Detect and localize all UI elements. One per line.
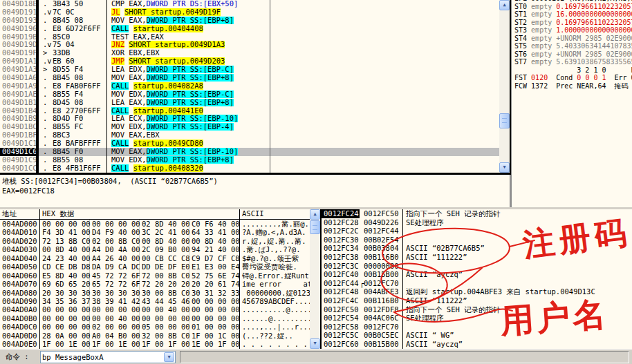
instruction-segment: CALL	[111, 82, 129, 90]
register-line[interactable]: ST3 empty 1.0000000000000000000	[514, 26, 632, 35]
command-input[interactable]	[42, 352, 161, 362]
disasm-instruction: MOV EDX,DWORD PTR SS:[EBP-C]	[106, 90, 499, 99]
disasm-row[interactable]: 0049D191.v7C 0CJL SHORT startup.0049D19F	[0, 8, 499, 17]
hex-group: A0 04 B0 00	[90, 332, 140, 340]
disasm-instruction: MOV EAX,EBX	[106, 131, 499, 140]
disasm-row[interactable]: 0049D1A9.E8 FAB0F6FFCALL startup.004082A…	[0, 82, 499, 90]
dump-row[interactable]: 004AD04024 23 40 00A4 26 40 0000 CB CC C…	[0, 254, 310, 262]
register-segment: empty	[531, 10, 556, 18]
disasm-row[interactable]: 0049D1AE.8B55 F4MOV EDX,DWORD PTR SS:[EB…	[0, 90, 499, 99]
dump-row[interactable]: 004AD0B000 00 00 0000 00 40 0000 00 00 0…	[0, 314, 310, 323]
hex-group: 00 00 00 00	[40, 323, 90, 331]
scroll-down-button[interactable]: ▼	[499, 162, 510, 173]
stack-row[interactable]: 0012FC3400B03804ASCII “02B77CA6B5”	[322, 244, 632, 253]
stack-comment: SE处理程序	[402, 218, 632, 227]
disassembly-scrollbar[interactable]: ▲ ▼	[499, 0, 510, 173]
scroll-thumb[interactable]	[499, 113, 510, 128]
stack-row[interactable]: 0012FC2C0012FC44	[322, 227, 632, 236]
register-line[interactable]: ST1 empty 16.000000000000000000	[514, 10, 632, 19]
stack-row[interactable]: 0012FC3000B02F54	[322, 236, 632, 245]
hex-group: 00 00 00 00	[189, 314, 239, 323]
disasm-row[interactable]: 0049D1CC.E8 4FB1F6FFCALL startup.0040832…	[0, 164, 499, 173]
dump-header: 地址 HEX 数据 ASCII	[0, 209, 320, 220]
register-line[interactable]: 3 2 1 0 E S P U O Z D I	[514, 66, 632, 75]
register-segment: empty	[531, 42, 556, 50]
hex-group: D4 F9 40 00	[90, 228, 140, 236]
register-line[interactable]: ST6 empty +UNORM 2985 02E90000 00000000	[514, 50, 632, 59]
stack-row[interactable]: 0012FC4000B15B00ASCII “ayczq”	[322, 270, 632, 279]
disasm-row[interactable]: 0049D19F>33DBXOR EBX,EBX	[0, 49, 499, 57]
dump-row[interactable]: 004AD050CD CE DB D8DA D9 CA DCDD DE DF E…	[0, 262, 310, 271]
disasm-row[interactable]: 0049D1B1.8D45 08LEA EAX,DWORD PTR SS:[EB…	[0, 99, 499, 107]
stack-row[interactable]: 0012FC5C00B0C5ECASCII “ WG”	[322, 331, 632, 340]
dump-row[interactable]: 004AD0E01F 00 1E 001F 00 1E 001F 00 1F 0…	[0, 340, 310, 348]
register-segment: ST1	[514, 10, 531, 18]
hex-group: 00 8D 40 00	[189, 237, 239, 245]
register-line[interactable]: ST5 empty 5.4033063414410783555	[514, 42, 632, 50]
dump-row[interactable]: 004AD0C000 00 00 0002 00 00 0005 00 00 0…	[0, 323, 310, 331]
register-segment: EFL 00000202 (NO,NB,NE,A,NS,PE,GE,LE)	[514, 0, 632, 2]
dump-row[interactable]: 004AD09034 35 36 3738 39 41 4243 44 45 4…	[0, 297, 310, 305]
stack-row[interactable]: 0012FC3C00000000	[322, 262, 632, 271]
register-line[interactable]: ST2 empty 0.1697966110223205750	[514, 19, 632, 27]
hex-group: 00 00 00 00	[90, 220, 140, 228]
register-segment: ST2	[514, 19, 531, 26]
dump-row[interactable]: 004AD07069 6D 65 2065 72 72 6F72 20 20 2…	[0, 280, 310, 288]
disasm-row[interactable]: 0049D1BC.8B55 FCMOV EDX,DWORD PTR SS:[EB…	[0, 123, 499, 131]
disasm-row[interactable]: 0049D19B.85C0TEST EAX,EAX	[0, 33, 499, 41]
scroll-thumb[interactable]	[310, 220, 320, 234]
disasm-row[interactable]: 0049D19D.v75 04JNZ SHORT startup.0049D1A…	[0, 41, 499, 49]
dump-row[interactable]: 004AD0D028 0A 00 00A0 04 B0 0032 00 8B C…	[0, 332, 310, 340]
chevron-down-icon[interactable]: ▼	[164, 352, 174, 362]
stack-row[interactable]: 0012FC500012FDF8指向下一个 SEH 记录的指针	[322, 305, 632, 314]
disasm-instruction: LEA EDX,DWORD PTR SS:[EBP-C]	[106, 66, 499, 74]
dump-row[interactable]: 004AD010F4 3D 41 00D4 F9 40 003C 2C 41 0…	[0, 228, 310, 236]
disasm-prefix: .	[39, 17, 53, 25]
stack-address: 0012FC30	[322, 236, 360, 245]
stack-row[interactable]: 0012FC440012FC70┌	[322, 279, 632, 288]
stack-row[interactable]: 0012FC3800B116B0ASCII “111222”	[322, 253, 632, 262]
stack-value: 0012FC44	[360, 227, 402, 236]
stack-address: 0012FC44	[322, 279, 360, 288]
hex-group: 00 00 00 00	[40, 305, 90, 314]
stack-row[interactable]: 0012FC48004ABFE3返回到 startup.004ABFE3 来自 …	[322, 287, 632, 296]
register-line[interactable]: ST0 empty 0.1697966110223205750	[514, 3, 632, 11]
disasm-address: 0049D1A9	[0, 82, 36, 90]
register-line[interactable]: ST7 empty 5.6391038675833556550	[514, 58, 632, 66]
disassembly-pane: 0049D18E.3B43 50CMP EAX,DWORD PTR DS:[EB…	[0, 0, 511, 175]
dump-ascii: 臀圬谠受贾哙徙.	[240, 262, 310, 271]
register-segment: FCW 1372 Prec NEAR,64 掩码 1 1 0 1 1 0	[514, 82, 632, 90]
scroll-down-button[interactable]: ▼	[310, 338, 320, 349]
disasm-row[interactable]: 0049D193.8B45 08MOV EAX,DWORD PTR SS:[EB…	[0, 17, 499, 25]
disasm-row[interactable]: 0049D18E.3B43 50CMP EAX,DWORD PTR DS:[EB…	[0, 0, 499, 8]
stack-row[interactable]: 0012FC240012FC50指向下一个 SEH 记录的指针	[322, 209, 632, 218]
register-line[interactable]: FST 0120 Cond 0 0 0 1 Err 0 0 0 0 0 0 0 …	[514, 74, 632, 82]
stack-row[interactable]: 0012FC280049D226SE处理程序	[322, 218, 632, 227]
dump-ascii: ime error at	[240, 280, 310, 288]
register-line[interactable]: FCW 1372 Prec NEAR,64 掩码 1 1 0 1 1 0	[514, 82, 632, 90]
stack-row[interactable]: 0012FC4C00B116B0ASCII “111222”	[322, 296, 632, 305]
stack-row[interactable]: 0012FC6000B15B00ASCII “ayczq”	[322, 340, 632, 349]
stack-row[interactable]: 0012FC54004AC06CSE处理程序	[322, 314, 632, 323]
stack-comment	[402, 227, 632, 236]
instruction-segment: DWORD PTR SS:[EBP+8]	[147, 74, 234, 82]
command-label: 命令 :	[6, 352, 29, 362]
hex-group: 02 00 8B C0	[90, 237, 140, 245]
dump-header-hex: HEX 数据	[40, 209, 240, 219]
dump-scrollbar[interactable]: ▲ ▼	[310, 209, 320, 349]
command-combobox[interactable]: ▼	[40, 351, 176, 363]
stack-comment: SE处理程序	[402, 314, 632, 323]
dump-row[interactable]: 004AD0A000 00 00 0000 00 00 0000 00 40 0…	[0, 305, 310, 314]
register-line[interactable]: ST4 empty +UNORM 2985 02E90000 00000000	[514, 35, 632, 43]
dump-row[interactable]: 004AD060E5 8D 40 0045 72 72 6F72 00 8B C…	[0, 271, 310, 280]
scroll-up-button[interactable]: ▲	[499, 0, 510, 10]
dump-row[interactable]: 004AD00000 00 00 0000 00 00 0002 8D 40 0…	[0, 220, 310, 228]
instruction-segment: startup.00408320	[133, 164, 203, 172]
dump-row[interactable]: 004AD08020 30 30 3030 30 30 3030 00 8B C…	[0, 289, 310, 297]
scroll-up-button[interactable]: ▲	[310, 209, 320, 220]
disasm-bytes: 7C 0C	[53, 8, 106, 17]
dump-row[interactable]: 004AD02072 13 8B C002 00 8B C000 8D 40 0…	[0, 237, 310, 245]
dump-row[interactable]: 004AD03000 8D 40 00A4 D0 4A 002C 09 B0 0…	[0, 245, 310, 253]
disasm-row[interactable]: 0049D196.E8 6D72F6FFCALL startup.0040440…	[0, 25, 499, 33]
stack-row[interactable]: 0012FC580012FC70	[322, 323, 632, 332]
